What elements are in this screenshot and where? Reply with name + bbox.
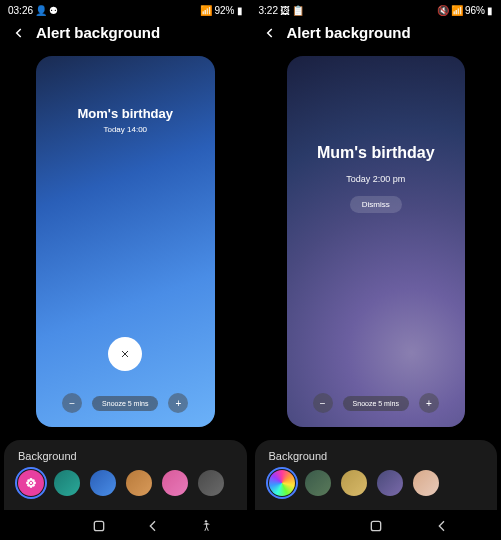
swatch-row [18, 470, 233, 496]
svg-rect-9 [95, 521, 104, 530]
alert-preview: Mum's birthday Today 2:00 pm Dismiss − S… [287, 56, 466, 428]
swatch-2[interactable] [90, 470, 116, 496]
snooze-minus[interactable]: − [313, 393, 333, 413]
nav-bar [251, 510, 502, 540]
alert-title: Mum's birthday [317, 144, 435, 162]
svg-point-10 [205, 520, 207, 522]
status-headphone-icon: ⚉ [49, 5, 58, 16]
swatch-1[interactable] [305, 470, 331, 496]
swatch-0[interactable] [269, 470, 295, 496]
svg-point-0 [30, 482, 32, 484]
snooze-button[interactable]: Snooze 5 mins [92, 396, 158, 411]
background-panel: Background [4, 440, 247, 510]
flower-icon [24, 476, 38, 490]
right-screen: 3:22 🖼 📋 🔇 📶 96% ▮ Alert background Mum'… [251, 0, 502, 540]
swatch-3[interactable] [126, 470, 152, 496]
nav-bar [0, 510, 251, 540]
battery-icon: ▮ [237, 5, 243, 16]
status-bar: 03:26 👤 ⚉ 📶 92% ▮ [0, 0, 251, 18]
swatch-4[interactable] [413, 470, 439, 496]
accessibility-icon[interactable] [199, 519, 213, 533]
swatch-row [269, 470, 484, 496]
wifi-icon: 📶 [451, 5, 463, 16]
swatch-4[interactable] [162, 470, 188, 496]
preview-area: Mom's birthday Today 14:00 − Snooze 5 mi… [0, 47, 251, 440]
battery-pct: 92% [214, 5, 234, 16]
snooze-row: − Snooze 5 mins + [313, 393, 439, 413]
close-icon [119, 348, 131, 360]
back-nav-icon[interactable] [434, 518, 450, 534]
swatch-5[interactable] [198, 470, 224, 496]
status-person-icon: 👤 [35, 5, 47, 16]
svg-point-3 [26, 482, 29, 485]
svg-point-5 [27, 479, 30, 482]
page-title: Alert background [36, 24, 160, 41]
svg-rect-11 [371, 521, 380, 530]
home-icon[interactable] [368, 518, 384, 534]
page-title: Alert background [287, 24, 411, 41]
background-panel: Background [255, 440, 498, 510]
snooze-plus[interactable]: + [168, 393, 188, 413]
status-time: 3:22 [259, 5, 278, 16]
background-label: Background [18, 450, 233, 462]
svg-point-7 [27, 484, 30, 487]
svg-point-6 [32, 479, 35, 482]
dismiss-circle[interactable] [108, 337, 142, 371]
wifi-icon: 📶 [200, 5, 212, 16]
svg-point-1 [30, 478, 33, 481]
recent-icon[interactable] [301, 518, 317, 534]
snooze-row: − Snooze 5 mins + [62, 393, 188, 413]
recent-icon[interactable] [38, 518, 54, 534]
svg-point-8 [32, 484, 35, 487]
status-icon: 🖼 [280, 5, 290, 16]
swatch-5[interactable] [449, 470, 475, 496]
back-icon[interactable] [12, 26, 26, 40]
battery-icon: ▮ [487, 5, 493, 16]
alert-subtitle: Today 2:00 pm [346, 174, 405, 184]
back-nav-icon[interactable] [145, 518, 161, 534]
mute-icon: 🔇 [437, 5, 449, 16]
status-time: 03:26 [8, 5, 33, 16]
swatch-3[interactable] [377, 470, 403, 496]
swatch-2[interactable] [341, 470, 367, 496]
alert-title: Mom's birthday [77, 106, 173, 121]
snooze-plus[interactable]: + [419, 393, 439, 413]
alert-preview: Mom's birthday Today 14:00 − Snooze 5 mi… [36, 56, 215, 428]
header: Alert background [0, 18, 251, 47]
swatch-1[interactable] [54, 470, 80, 496]
snooze-button[interactable]: Snooze 5 mins [343, 396, 409, 411]
svg-point-2 [30, 485, 33, 488]
status-icon: 📋 [292, 5, 304, 16]
battery-pct: 96% [465, 5, 485, 16]
alert-subtitle: Today 14:00 [103, 125, 147, 134]
preview-area: Mum's birthday Today 2:00 pm Dismiss − S… [251, 47, 502, 440]
status-bar: 3:22 🖼 📋 🔇 📶 96% ▮ [251, 0, 502, 18]
snooze-minus[interactable]: − [62, 393, 82, 413]
home-icon[interactable] [91, 518, 107, 534]
background-label: Background [269, 450, 484, 462]
svg-point-4 [33, 482, 36, 485]
left-screen: 03:26 👤 ⚉ 📶 92% ▮ Alert background Mom's… [0, 0, 251, 540]
swatch-0[interactable] [18, 470, 44, 496]
dismiss-button[interactable]: Dismiss [350, 196, 402, 213]
header: Alert background [251, 18, 502, 47]
back-icon[interactable] [263, 26, 277, 40]
